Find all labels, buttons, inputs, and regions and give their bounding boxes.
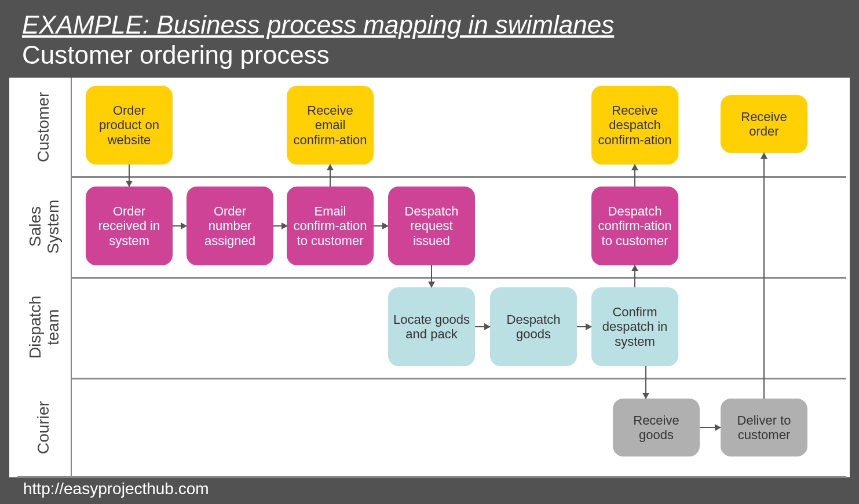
arrow-s3-c2 (330, 165, 331, 187)
arrow-r1-r2 (700, 427, 721, 428)
lane-divider (71, 277, 846, 279)
node-order-received-system: Order received in system (86, 187, 173, 265)
slide-title: EXAMPLE: Business process mapping in swi… (8, 8, 851, 39)
arrow-s1-s2 (173, 225, 187, 227)
arrow-s3-s4 (374, 225, 388, 227)
lane-divider (71, 378, 846, 379)
arrow-s4-d1 (431, 265, 432, 287)
lane-label-sales-system: Sales System (27, 176, 63, 277)
node-confirm-despatch-system: Confirm despatch in system (591, 287, 678, 366)
arrow-r2-c4 (763, 153, 765, 399)
arrow-c1-s1 (129, 165, 130, 187)
diagram-frame: EXAMPLE: Business process mapping in swi… (0, 0, 859, 504)
node-receive-order: Receive order (721, 95, 807, 153)
node-locate-goods-pack: Locate goods and pack (388, 287, 475, 366)
node-receive-goods: Receive goods (613, 399, 700, 456)
node-email-confirmation-customer: Email confirm-ation to customer (287, 187, 374, 265)
swimlane-diagram: Customer Sales System Dispatch team Cour… (9, 78, 850, 477)
lane-label-courier: Courier (35, 378, 53, 477)
arrow-s2-s3 (273, 225, 287, 227)
arrow-d3-r1 (645, 366, 646, 399)
node-receive-email-confirmation: Receive email confirm-ation (287, 86, 374, 165)
node-order-product-website: Order product on website (86, 86, 173, 165)
slide-subtitle: Customer ordering process (8, 41, 851, 70)
lane-label-customer: Customer (35, 78, 53, 176)
node-despatch-confirmation-customer: Despatch confirm-ation to customer (591, 187, 678, 265)
lane-label-dispatch-team: Dispatch team (27, 277, 63, 378)
arrow-d2-d3 (577, 326, 591, 327)
node-receive-despatch-confirmation: Receive despatch confirm-ation (591, 86, 678, 165)
arrow-d3-s5 (634, 265, 635, 287)
node-deliver-to-customer: Deliver to customer (721, 399, 807, 456)
arrow-s5-c3 (634, 165, 635, 187)
lane-divider (71, 176, 846, 178)
lane-bottom-line (17, 476, 846, 478)
node-despatch-goods: Despatch goods (490, 287, 577, 366)
node-order-number-assigned: Order number assigned (187, 187, 273, 265)
node-despatch-request-issued: Despatch request issued (388, 187, 475, 265)
arrow-d1-d2 (475, 326, 490, 327)
footer-url: http://easyprojecthub.com (23, 480, 209, 498)
